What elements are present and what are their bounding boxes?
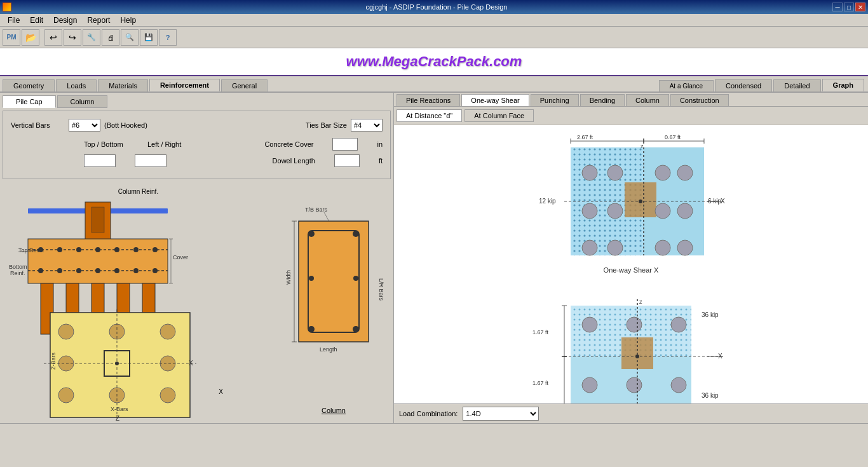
sub-tab-pile-reactions[interactable]: Pile Reactions [397,94,460,106]
tab-reinforcement[interactable]: Reinforcement [149,79,220,91]
svg-text:Top Reinf.: Top Reinf. [18,247,44,254]
concrete-cover-unit: in [377,140,383,148]
svg-point-14 [95,247,100,252]
svg-point-21 [95,268,100,273]
tab-general[interactable]: General [221,79,268,91]
diagram-area: 2.67 ft 0.67 ft z [394,125,868,403]
plan-view-svg: Z-Bars X-Bars [44,309,203,421]
toolbar-open[interactable]: 📂 [22,29,39,46]
menu-help[interactable]: Help [115,15,141,26]
svg-text:L/R Bars: L/R Bars [378,278,384,301]
dowel-length-unit: ft [379,157,383,165]
toolbar-print[interactable]: 🖨 [102,29,119,46]
svg-point-41 [160,324,175,339]
sub-tab-column-r[interactable]: Column [626,94,669,106]
svg-text:Z-Bars: Z-Bars [50,353,57,370]
svg-point-16 [133,247,139,252]
load-combo-row: Load Combination: 1.4D 1.2D+1.6L 1.2D+1.… [394,403,868,423]
watermark-bar: www.MegaCrackPack.com [0,48,868,76]
filter-tab-bar: At Distance "d" At Column Face [394,107,868,125]
tab-geometry[interactable]: Geometry [3,79,55,91]
top-bottom-label: Top / Bottom [84,140,128,148]
toolbar-tool1[interactable]: 🔧 [83,29,100,46]
sub-tab-one-way-shear[interactable]: One-way Shear [461,94,529,106]
minimize-button[interactable]: ─ [832,3,843,11]
sub-tab-column[interactable]: Column [57,95,108,108]
shear-z-container: 1.67 ft 1.67 ft z [407,287,855,403]
svg-point-115 [671,317,686,332]
shear-x-container: 2.67 ft 0.67 ft z [407,132,855,274]
tab-materials[interactable]: Materials [98,79,148,91]
shear-x-svg: 2.67 ft 0.67 ft z [526,132,736,265]
x-axis-label: X [219,388,223,395]
tab-detailed[interactable]: Detailed [773,79,820,91]
toolbar-preview[interactable]: 🔍 [121,29,139,46]
svg-text:1.67 ft: 1.67 ft [532,329,549,335]
column-reinf-label: Column Reinf. [118,188,158,195]
toolbar-redo[interactable]: ↪ [64,29,81,46]
menu-design[interactable]: Design [48,15,82,26]
svg-text:z: z [639,299,642,305]
sub-tab-punching[interactable]: Punching [531,94,579,106]
filter-at-column-face[interactable]: At Column Face [465,109,534,122]
sub-tab-bending[interactable]: Bending [580,94,625,106]
svg-point-61 [353,231,359,237]
tab-at-a-glance[interactable]: At a Glance [659,80,714,91]
top-bottom-input[interactable]: 4 [84,154,116,167]
svg-point-15 [114,247,119,252]
right-panel: Pile Reactions One-way Shear Punching Be… [394,93,868,423]
svg-text:X-Bars: X-Bars [111,406,128,412]
sub-tab-pile-cap[interactable]: Pile Cap [3,95,56,108]
menu-report[interactable]: Report [82,15,115,26]
tb-lr-values: 4 2 Dowel Length 2.83 ft [11,154,383,167]
tb-lr-labels: Top / Bottom Left / Right Concrete Cover… [11,138,383,151]
menu-edit[interactable]: Edit [25,15,48,26]
svg-point-23 [133,268,139,273]
svg-text:X: X [718,353,722,360]
svg-point-24 [153,268,158,273]
load-combo-select[interactable]: 1.4D 1.2D+1.6L 1.2D+1.0L+1.0W 0.9D+1.0W [463,407,539,421]
svg-text:Reinf.: Reinf. [10,270,25,276]
svg-point-46 [160,388,175,403]
toolbar-save[interactable]: 💾 [140,29,158,46]
dowel-length-input[interactable]: 2.83 [334,154,360,167]
svg-point-83 [582,165,597,180]
toolbar-pm[interactable]: PM [3,29,20,46]
menu-file[interactable]: File [3,15,25,26]
pile-cap-drawing: Column Reinf. [3,183,274,421]
svg-point-93 [655,240,670,255]
toolbar-help[interactable]: ? [159,29,177,46]
svg-rect-58 [299,221,369,342]
svg-point-90 [677,165,693,180]
svg-point-91 [655,203,670,219]
sub-tab-construction[interactable]: Construction [670,94,729,106]
close-button[interactable]: ✕ [855,3,865,11]
svg-point-92 [677,203,693,219]
ties-bar-select[interactable]: #4 [351,119,383,132]
svg-point-86 [607,203,623,219]
left-panel: Pile Cap Column Vertical Bars #6 (Bott H… [0,93,394,423]
dowel-length-label: Dowel Length [273,157,315,165]
vertical-bars-select[interactable]: #6 [69,119,100,132]
maximize-button[interactable]: □ [844,3,854,11]
tab-condensed[interactable]: Condensed [715,79,772,91]
svg-point-12 [57,247,62,252]
svg-point-17 [153,247,158,252]
vertical-bars-row: Vertical Bars #6 (Bott Hooked) Ties Bar … [11,119,383,132]
svg-text:T/B Bars: T/B Bars [305,206,328,213]
svg-point-22 [114,268,119,273]
concrete-cover-input[interactable]: 2.0 [332,138,358,151]
svg-text:Bottom: Bottom [9,264,27,270]
svg-point-39 [58,324,74,339]
filter-at-distance-d[interactable]: At Distance "d" [397,109,462,122]
svg-point-117 [627,377,642,393]
tab-graph[interactable]: Graph [822,79,864,91]
shear-x-label: One-way Shear X [604,266,659,274]
left-right-input[interactable]: 2 [135,154,166,167]
toolbar-undo[interactable]: ↩ [44,29,62,46]
tab-loads[interactable]: Loads [56,79,97,91]
svg-text:12 kip: 12 kip [539,198,556,205]
svg-point-88 [607,240,623,255]
bott-hooked-label: (Bott Hooked) [104,121,147,129]
toolbar: PM 📂 ↩ ↪ 🔧 🖨 🔍 💾 ? [0,27,868,48]
